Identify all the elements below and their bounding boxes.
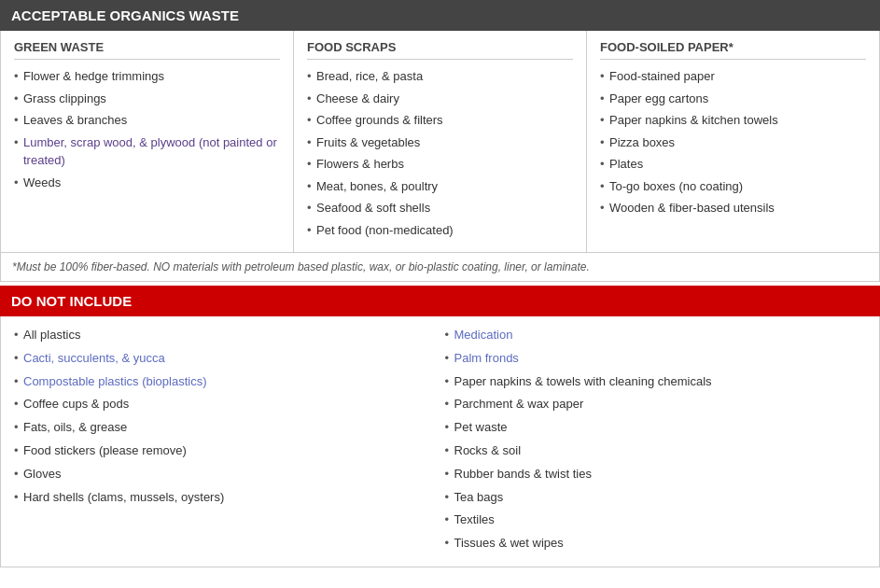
list-item: To-go boxes (no coating) — [600, 177, 866, 196]
list-item: Medication — [445, 326, 858, 345]
list-item: Paper napkins & kitchen towels — [600, 111, 866, 130]
list-item: Flowers & herbs — [307, 155, 573, 174]
list-item: Cacti, succulents, & yucca — [14, 349, 426, 369]
do-not-section: All plasticsCacti, succulents, & yuccaCo… — [0, 316, 880, 567]
do-not-left-col: All plasticsCacti, succulents, & yuccaCo… — [14, 326, 436, 557]
list-item: Gloves — [14, 465, 426, 484]
list-item: Bread, rice, & pasta — [307, 67, 573, 86]
list-item: Fruits & vegetables — [307, 133, 573, 152]
list-item: Food stickers (please remove) — [14, 441, 426, 461]
list-item: Pet food (non-medicated) — [307, 221, 573, 240]
main-title: ACCEPTABLE ORGANICS WASTE — [0, 0, 880, 31]
list-item: Hard shells (clams, mussels, oysters) — [14, 488, 426, 508]
col-header-1: FOOD SCRAPS — [307, 40, 573, 60]
list-item: Compostable plastics (bioplastics) — [14, 372, 426, 392]
list-item: Wooden & fiber-based utensils — [600, 199, 866, 217]
acceptable-col-1: FOOD SCRAPSBread, rice, & pastaCheese & … — [294, 31, 587, 252]
list-item: Coffee grounds & filters — [307, 111, 573, 130]
list-item: Pet waste — [445, 418, 858, 438]
footnote: *Must be 100% fiber-based. NO materials … — [0, 253, 880, 282]
list-item: Rubber bands & twist ties — [445, 465, 858, 484]
list-item: Flower & hedge trimmings — [14, 67, 280, 86]
list-item: Grass clippings — [14, 90, 280, 108]
list-item: Lumber, scrap wood, & plywood (not paint… — [14, 133, 280, 170]
acceptable-section: GREEN WASTEFlower & hedge trimmingsGrass… — [0, 31, 880, 253]
list-item: Paper egg cartons — [600, 90, 866, 108]
list-item: Tissues & wet wipes — [445, 534, 858, 553]
list-item: Tea bags — [445, 488, 858, 508]
acceptable-col-2: FOOD-SOILED PAPER*Food-stained paperPape… — [587, 31, 879, 252]
list-item: Rocks & soil — [445, 441, 858, 461]
list-item: Plates — [600, 155, 866, 174]
list-item: Coffee cups & pods — [14, 395, 426, 414]
list-item: Fats, oils, & grease — [14, 418, 426, 438]
list-item: Seafood & soft shells — [307, 199, 573, 217]
list-item: Pizza boxes — [600, 133, 866, 152]
list-item: Parchment & wax paper — [445, 395, 858, 414]
list-item: Textiles — [445, 511, 858, 530]
list-item: All plastics — [14, 326, 426, 345]
list-item: Meat, bones, & poultry — [307, 177, 573, 196]
col-header-0: GREEN WASTE — [14, 40, 280, 60]
do-not-right-col: MedicationPalm frondsPaper napkins & tow… — [436, 326, 867, 557]
col-header-2: FOOD-SOILED PAPER* — [600, 40, 866, 60]
list-item: Leaves & branches — [14, 111, 280, 130]
list-item: Food-stained paper — [600, 67, 866, 86]
acceptable-col-0: GREEN WASTEFlower & hedge trimmingsGrass… — [1, 31, 294, 252]
list-item: Palm fronds — [445, 349, 858, 369]
list-item: Cheese & dairy — [307, 90, 573, 108]
list-item: Paper napkins & towels with cleaning che… — [445, 372, 858, 392]
do-not-title: DO NOT INCLUDE — [0, 286, 880, 316]
list-item: Weeds — [14, 174, 280, 192]
